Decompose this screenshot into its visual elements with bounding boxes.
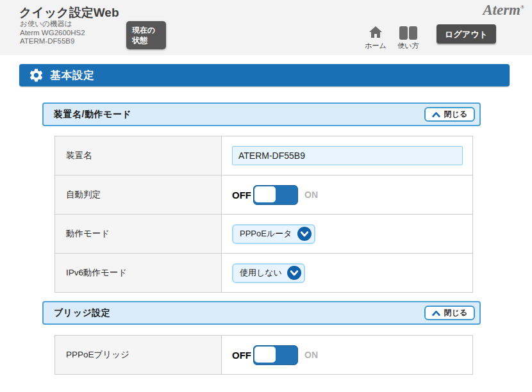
nav-guide-label: 使い方 (392, 41, 424, 51)
auto-detect-toggle-group: OFF ON (232, 185, 318, 205)
row-control: PPPoEルータ (222, 215, 472, 253)
toggle-knob (254, 186, 276, 202)
pppoe-bridge-toggle-group: OFF ON (232, 345, 318, 365)
device-model: Aterm WG2600HS2 (20, 29, 85, 38)
pppoe-bridge-toggle[interactable] (253, 345, 298, 365)
device-name: ATERM-DF55B9 (20, 37, 85, 46)
toggle-on-label: ON (304, 350, 318, 360)
chevron-down-icon (297, 227, 312, 241)
toggle-off-label: OFF (232, 350, 251, 361)
section-header: ブリッジ設定 閉じる (42, 301, 481, 325)
gear-icon (28, 67, 44, 83)
row-control: OFF ON (222, 176, 472, 214)
operation-mode-select[interactable]: PPPoEルータ (232, 224, 315, 244)
nav-guide[interactable]: 使い方 (392, 25, 424, 51)
section-bridge: ブリッジ設定 閉じる PPPoEブリッジ OFF ON (42, 301, 481, 325)
logout-button[interactable]: ログアウト (436, 24, 496, 44)
aterm-logo: Aterm® (483, 2, 524, 19)
row-label: PPPoEブリッジ (55, 336, 222, 374)
chevron-down-icon (287, 266, 301, 280)
page-title-bar: 基本設定 (19, 64, 510, 86)
table-row: 動作モード PPPoEルータ (55, 214, 472, 253)
row-label: 動作モード (55, 215, 222, 253)
row-label: IPv6動作モード (55, 254, 222, 292)
table-row: PPPoEブリッジ OFF ON (55, 336, 472, 374)
row-label: 装置名 (55, 136, 222, 175)
chevron-up-icon (432, 309, 440, 316)
select-value: PPPoEルータ (240, 228, 292, 240)
settings-table: PPPoEブリッジ OFF ON (54, 335, 473, 375)
section-title: ブリッジ設定 (54, 307, 110, 319)
collapse-button[interactable]: 閉じる (424, 107, 475, 122)
device-info-line: お使いの機器は (20, 20, 85, 29)
table-row: IPv6動作モード 使用しない (55, 253, 472, 292)
section-device-mode: 装置名/動作モード 閉じる 装置名 自動判定 OFF (42, 102, 481, 126)
row-label: 自動判定 (55, 176, 222, 214)
row-control: OFF ON (222, 336, 472, 374)
device-info: お使いの機器は Aterm WG2600HS2 ATERM-DF55B9 (20, 20, 85, 46)
settings-table: 装置名 自動判定 OFF ON (54, 136, 473, 293)
toggle-off-label: OFF (232, 190, 251, 200)
toggle-knob (254, 347, 276, 363)
page-title: 基本設定 (50, 69, 95, 83)
auto-detect-toggle[interactable] (253, 185, 298, 205)
section-title: 装置名/動作モード (54, 109, 131, 120)
home-icon (367, 25, 384, 40)
nav-home-label: ホーム (361, 41, 390, 51)
nav-home[interactable]: ホーム (361, 25, 390, 51)
row-control: 使用しない (222, 254, 472, 292)
device-name-input[interactable] (232, 146, 463, 165)
current-status-button[interactable]: 現在の 状態 (126, 21, 166, 49)
select-value: 使用しない (240, 267, 282, 279)
app-title: クイック設定Web (19, 4, 119, 21)
quick-settings-page: クイック設定Web お使いの機器は Aterm WG2600HS2 ATERM-… (0, 0, 532, 392)
table-row: 自動判定 OFF ON (55, 175, 472, 214)
book-icon (399, 25, 418, 40)
ipv6-mode-select[interactable]: 使用しない (232, 263, 305, 283)
row-control (222, 136, 472, 175)
toggle-on-label: ON (304, 190, 318, 200)
section-header: 装置名/動作モード 閉じる (42, 102, 481, 126)
chevron-up-icon (432, 111, 440, 118)
top-header: クイック設定Web お使いの機器は Aterm WG2600HS2 ATERM-… (0, 0, 532, 55)
collapse-button[interactable]: 閉じる (424, 306, 475, 320)
table-row: 装置名 (55, 136, 472, 175)
